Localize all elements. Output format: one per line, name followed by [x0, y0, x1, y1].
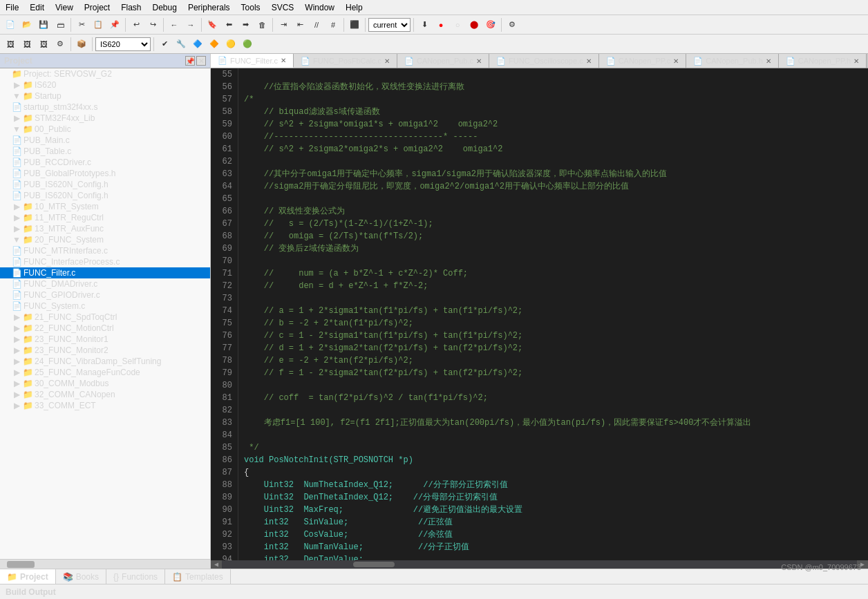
tree-func-gpio[interactable]: 📄 FUNC_GPIODriver.c — [0, 289, 210, 301]
tab-canopen-pp-close[interactable]: ✕ — [673, 57, 679, 65]
icon-btn6[interactable]: ✔ — [157, 37, 172, 52]
icon-btn8[interactable]: 🔷 — [190, 37, 205, 52]
tree-func-mtr[interactable]: 📄 FUNC_MTRInterface.c — [0, 245, 210, 256]
tree-func-system[interactable]: 📄 FUNC_System.c — [0, 301, 210, 312]
tab-canopen-pub-close[interactable]: ✕ — [476, 57, 482, 65]
tab-canopen-pph-close[interactable]: ✕ — [853, 57, 859, 65]
tab-canopen-pubh-close[interactable]: ✕ — [766, 57, 771, 65]
icon-btn3[interactable]: 🖼 — [36, 37, 51, 52]
sidebar-scrollbar-h[interactable] — [0, 559, 210, 569]
tree-mtr-sys[interactable]: ▶ 📁 10_MTR_System — [0, 201, 210, 212]
bottom-tab-templates[interactable]: 📋 Templates — [165, 569, 231, 584]
menu-help[interactable]: Help — [340, 1, 368, 14]
icon-btn2[interactable]: 🖼 — [19, 37, 35, 52]
tab-func-filter[interactable]: 📄 FUNC_Filter.c ✕ — [211, 54, 294, 68]
tab-canopen-pph[interactable]: 📄 CANopen_PP.h ✕ — [779, 54, 867, 68]
tab-canopen-pp[interactable]: 📄 CANopen_PP.c ✕ — [599, 54, 687, 68]
code-area[interactable]: //位置指令陷波器函数初始化，双线性变换法进行离散/* // biquad滤波器… — [238, 68, 868, 560]
tree-comm-modbus[interactable]: ▶ 📁 30_COMM_Modbus — [0, 378, 210, 389]
target-btn[interactable]: 🎯 — [483, 17, 498, 32]
menu-file[interactable]: File — [0, 1, 24, 14]
tree-pub-proto[interactable]: 📄 PUB_GlobalPrototypes.h — [0, 168, 210, 179]
menu-svcs[interactable]: SVCS — [266, 1, 300, 14]
tree-func-dma[interactable]: 📄 FUNC_DMADriver.c — [0, 278, 210, 289]
save-all-btn[interactable]: 🗃 — [53, 17, 68, 32]
tree-mtr-regu[interactable]: ▶ 📁 11_MTR_ReguCtrl — [0, 212, 210, 223]
tree-func-motion[interactable]: ▶ 📁 22_FUNC_MotionCtrl — [0, 323, 210, 334]
bookmark-next-btn[interactable]: ➡ — [238, 17, 253, 32]
tree-func-iface[interactable]: 📄 FUNC_InterfaceProcess.c — [0, 256, 210, 267]
paste-btn[interactable]: 📌 — [107, 17, 122, 32]
tab-func-posfb-close[interactable]: ✕ — [384, 57, 390, 65]
scroll-left-btn[interactable]: ◀ — [211, 560, 222, 569]
tree-pub-is620n2[interactable]: 📄 PUB_IS620N_Config.h — [0, 190, 210, 201]
menu-window[interactable]: Window — [299, 1, 340, 14]
sidebar-scroll-thumb[interactable] — [7, 561, 35, 568]
bookmark-prev-btn[interactable]: ⬅ — [221, 17, 236, 32]
tree-func-spd[interactable]: ▶ 📁 21_FUNC_SpdToqCtrl — [0, 312, 210, 323]
tree-pub-rcc[interactable]: 📄 PUB_RCCDriver.c — [0, 157, 210, 168]
debug-btn[interactable]: ⬤ — [466, 17, 482, 32]
open-btn[interactable]: 📂 — [19, 17, 35, 32]
tree-func-mon1[interactable]: ▶ 📁 23_FUNC_Monitor1 — [0, 334, 210, 345]
redo-btn[interactable]: ↪ — [145, 17, 160, 32]
bookmark-clear-btn[interactable]: 🗑 — [254, 17, 270, 32]
menu-project[interactable]: Project — [79, 1, 115, 14]
indent-btn[interactable]: ⇥ — [276, 17, 291, 32]
menu-peripherals[interactable]: Peripherals — [182, 1, 236, 14]
project-combo[interactable]: IS620 — [95, 37, 151, 51]
tree-comm-ect[interactable]: ▶ 📁 33_COMM_ECT — [0, 400, 210, 411]
build-btn[interactable]: ⬛ — [347, 17, 362, 32]
tab-func-posfb[interactable]: 📄 FUNC_PosFbCalc.c ✕ — [294, 54, 397, 68]
tab-func-osc[interactable]: 📄 FUNC_Oscilloscope.c ✕ — [489, 54, 599, 68]
menu-debug[interactable]: Debug — [147, 1, 182, 14]
back-btn[interactable]: ← — [167, 17, 182, 32]
tree-stm32[interactable]: ▶ 📁 STM32F4xx_Lib — [0, 113, 210, 124]
forward-btn[interactable]: → — [183, 17, 198, 32]
tree-func-sys[interactable]: ▼ 📁 20_FUNC_System — [0, 234, 210, 245]
cut-btn[interactable]: ✂ — [74, 17, 89, 32]
download-btn[interactable]: ⬇ — [417, 17, 432, 32]
menu-tools[interactable]: Tools — [236, 1, 266, 14]
icon-btn9[interactable]: 🔶 — [207, 37, 222, 52]
menu-flash[interactable]: Flash — [115, 1, 147, 14]
new-file-btn[interactable]: 📄 — [3, 17, 18, 32]
tree-pub-table[interactable]: 📄 PUB_Table.c — [0, 146, 210, 157]
editor-scrollbar-h[interactable]: ◀ ▶ — [211, 560, 868, 569]
tree-root[interactable]: 📁 Project: SERVOSW_G2 — [0, 68, 210, 79]
tree-startup[interactable]: ▼ 📁 Startup — [0, 91, 210, 102]
tree-func-manage[interactable]: ▶ 📁 25_FUNC_ManageFunCode — [0, 367, 210, 378]
comment-btn[interactable]: // — [309, 17, 324, 32]
tree-pub-is620n[interactable]: 📄 PUB_IS620N_Config.h — [0, 179, 210, 190]
tab-canopen-pubh[interactable]: 📄 CANopen_Pub.h ✕ — [686, 54, 779, 68]
icon-btn11[interactable]: 🟢 — [240, 37, 255, 52]
bottom-tab-project[interactable]: 📁 Project — [0, 569, 56, 584]
tab-canopen-pub[interactable]: 📄 CANopen_Pub.c ✕ — [397, 54, 489, 68]
tree-pub-main[interactable]: 📄 PUB_Main.c — [0, 135, 210, 146]
icon-btn5[interactable]: 📦 — [74, 37, 89, 52]
copy-btn[interactable]: 📋 — [91, 17, 106, 32]
tree-comm-canopen[interactable]: ▶ 📁 32_COMM_CANopen — [0, 389, 210, 400]
bookmark-btn[interactable]: 🔖 — [205, 17, 220, 32]
tab-func-filter-close[interactable]: ✕ — [281, 57, 286, 64]
sidebar-pin-btn[interactable]: 📌 — [185, 56, 195, 66]
uncomment-btn[interactable]: # — [326, 17, 341, 32]
tree-is620[interactable]: ▶ 📁 IS620 — [0, 79, 210, 91]
icon-btn4[interactable]: ⚙ — [53, 37, 68, 52]
undo-btn[interactable]: ↩ — [129, 17, 144, 32]
tree-func-filter[interactable]: 📄 FUNC_Filter.c — [0, 267, 210, 278]
settings-btn[interactable]: ⚙ — [504, 17, 520, 32]
tree-func-mon2[interactable]: ▶ 📁 23_FUNC_Monitor2 — [0, 345, 210, 356]
bottom-tab-books[interactable]: 📚 Books — [56, 569, 106, 584]
scroll-h-thumb[interactable] — [353, 562, 395, 567]
target-combo[interactable]: current — [368, 18, 411, 32]
icon-btn1[interactable]: 🖼 — [3, 37, 18, 52]
stop-btn[interactable]: ○ — [450, 17, 465, 32]
save-btn[interactable]: 💾 — [36, 17, 51, 32]
tree-startup-file[interactable]: 📄 startup_stm32f4xx.s — [0, 102, 210, 113]
icon-btn10[interactable]: 🟡 — [223, 37, 238, 52]
menu-view[interactable]: View — [50, 1, 79, 14]
tree-func-vibra[interactable]: ▶ 📁 24_FUNC_VibraDamp_SelfTuning — [0, 356, 210, 367]
run-btn[interactable]: ● — [433, 17, 449, 32]
unindent-btn[interactable]: ⇤ — [292, 17, 308, 32]
